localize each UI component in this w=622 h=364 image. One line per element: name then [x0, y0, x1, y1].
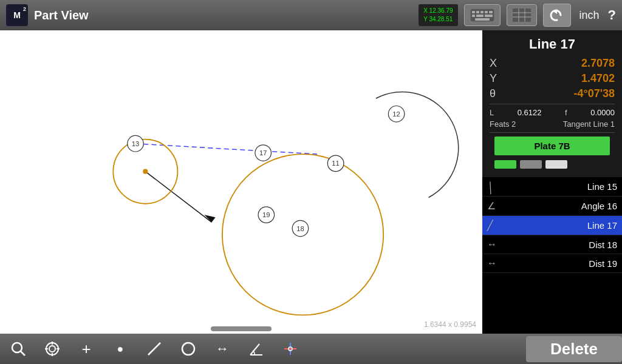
svg-rect-1 [472, 11, 475, 13]
theta-value: -4°07'38 [573, 87, 615, 100]
x-row: X 2.7078 [490, 57, 615, 70]
svg-rect-9 [475, 18, 490, 21]
l-label: L [490, 108, 494, 117]
feats-tangent-row: Feats 2 Tangent Line 1 [490, 120, 615, 129]
feats-label: Feats 2 [490, 120, 516, 129]
svg-point-33 [143, 169, 148, 174]
line17-label: Line 17 [504, 220, 617, 231]
dot-tool[interactable]: ● [108, 337, 132, 361]
list-item-dist19[interactable]: ↔ Dist 19 [482, 254, 622, 273]
arrow-tool[interactable]: ↔ [210, 337, 234, 361]
app-title: Part View [34, 8, 412, 22]
color-swatches [490, 158, 615, 171]
list-item-line17[interactable]: ╱ Line 17 [482, 216, 622, 235]
svg-rect-4 [485, 11, 488, 13]
svg-text:12: 12 [392, 110, 400, 118]
angle16-label: Angle 16 [504, 201, 617, 211]
svg-rect-3 [480, 11, 484, 13]
node-18[interactable]: 18 [292, 220, 309, 237]
svg-text:11: 11 [332, 160, 339, 167]
right-panel: Line 17 X 2.7078 Y 1.4702 θ -4°07'38 L 0… [482, 30, 622, 334]
dist19-icon: ↔ [487, 258, 499, 269]
line15-icon: ╱ [485, 178, 502, 194]
svg-line-42 [148, 343, 160, 355]
f-label: f [565, 108, 567, 117]
angle-tool[interactable] [244, 337, 268, 361]
line-tool[interactable] [142, 337, 166, 361]
svg-text:17: 17 [259, 149, 267, 157]
svg-point-43 [182, 343, 194, 355]
info-title: Line 17 [490, 36, 615, 52]
bottom-section: + ● ↔ [0, 334, 622, 364]
svg-rect-8 [485, 15, 493, 17]
list-item-dist18[interactable]: ↔ Dist 18 [482, 235, 622, 254]
plate-button[interactable]: Plate 7B [494, 136, 610, 155]
axis-tool[interactable] [278, 337, 302, 361]
app-logo: M2 [6, 4, 28, 26]
logo-sup: 2 [23, 6, 26, 12]
grid-btn[interactable] [507, 4, 537, 26]
svg-point-37 [49, 346, 55, 352]
dist18-icon: ↔ [487, 239, 499, 250]
search-tool[interactable] [6, 337, 30, 361]
coord-y: Y 34.28.51 [423, 15, 453, 24]
y-label: Y [490, 72, 508, 85]
svg-rect-2 [476, 11, 479, 13]
svg-rect-7 [476, 15, 484, 17]
line17-icon: ╱ [487, 220, 499, 231]
keyboard-btn[interactable] [464, 4, 501, 26]
x-label: X [490, 57, 508, 70]
dist18-label: Dist 18 [504, 240, 617, 250]
x-value: 2.7078 [581, 57, 615, 70]
divider-1 [490, 104, 615, 104]
circle-tool[interactable] [176, 337, 200, 361]
canvas-area[interactable]: 11 12 13 17 18 19 [0, 30, 482, 334]
coords-display: X 12.36.79 Y 34.28.51 [419, 4, 457, 26]
theta-label: θ [490, 87, 508, 100]
divider-2 [490, 132, 615, 133]
delete-section: Delete [482, 334, 622, 364]
svg-rect-5 [489, 11, 493, 13]
undo-btn[interactable] [543, 4, 571, 27]
svg-text:19: 19 [262, 211, 270, 218]
swatch-green[interactable] [494, 160, 516, 169]
add-tool[interactable]: + [74, 337, 98, 361]
items-list: ╱ Line 15 ∠ Angle 16 ╱ Line 17 ↔ Dist 18… [482, 177, 622, 334]
svg-line-35 [21, 351, 25, 356]
swatch-gray[interactable] [520, 160, 542, 169]
top-bar: M2 Part View X 12.36.79 Y 34.28.51 [0, 0, 622, 30]
dist19-label: Dist 19 [504, 258, 617, 269]
svg-line-16 [135, 144, 317, 154]
delete-button[interactable]: Delete [526, 336, 622, 362]
node-12[interactable]: 12 [388, 106, 405, 122]
y-value: 1.4702 [581, 72, 615, 85]
info-section: Line 17 X 2.7078 Y 1.4702 θ -4°07'38 L 0… [482, 30, 622, 177]
search-icon [10, 341, 26, 357]
unit-label: inch [579, 9, 600, 22]
node-11[interactable]: 11 [327, 155, 344, 172]
main-area: 11 12 13 17 18 19 [0, 30, 622, 334]
f-value: 0.0000 [590, 108, 615, 117]
target-icon [44, 341, 60, 357]
tangent-label: Tangent Line 1 [563, 120, 615, 129]
bottom-bar: + ● ↔ [0, 334, 482, 364]
y-row: Y 1.4702 [490, 72, 615, 85]
swatch-white[interactable] [545, 160, 567, 169]
undo-icon [549, 7, 566, 24]
grid-icon [513, 8, 531, 22]
node-13[interactable]: 13 [128, 135, 144, 152]
line-tool-icon [146, 341, 162, 357]
list-item-angle16[interactable]: ∠ Angle 16 [482, 197, 622, 216]
l-f-row: L 0.6122 f 0.0000 [490, 108, 615, 117]
target-tool[interactable] [40, 337, 64, 361]
keyboard-icon [470, 8, 494, 22]
svg-point-34 [12, 343, 22, 352]
list-item-line15[interactable]: ╱ Line 15 [482, 177, 622, 197]
svg-rect-10 [513, 8, 531, 22]
node-19[interactable]: 19 [258, 207, 275, 223]
canvas-coords: 1.6344 x 0.9954 [424, 320, 476, 329]
help-button[interactable]: ? [608, 7, 616, 23]
node-17[interactable]: 17 [255, 145, 272, 161]
svg-text:13: 13 [132, 140, 139, 147]
canvas-scrollbar[interactable] [211, 326, 272, 331]
